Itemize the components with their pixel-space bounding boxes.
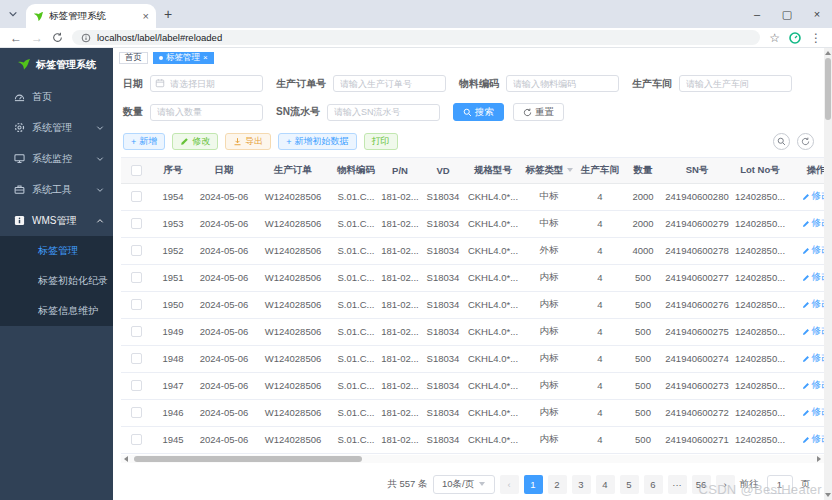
- cell-material: S.01.C...: [333, 183, 379, 210]
- scroll-right-icon[interactable]: [817, 456, 821, 462]
- browser-tab[interactable]: 标签管理系统 ×: [26, 4, 156, 28]
- page-button-56[interactable]: 56: [692, 475, 711, 494]
- goto-page-input[interactable]: [767, 475, 793, 494]
- material-input[interactable]: [506, 75, 619, 92]
- toggle-search-button[interactable]: [773, 133, 790, 150]
- row-checkbox[interactable]: [131, 407, 142, 418]
- edit-button[interactable]: 修改: [172, 133, 218, 150]
- sidebar-item-system-tools[interactable]: 系统工具: [0, 174, 113, 205]
- scrollbar-thumb[interactable]: [825, 58, 831, 120]
- scroll-left-icon[interactable]: [124, 456, 128, 462]
- row-edit-link[interactable]: 修改: [802, 298, 825, 311]
- page-button-1[interactable]: 1: [524, 475, 543, 494]
- tag-close-icon[interactable]: ×: [203, 54, 208, 62]
- tag-label-manage[interactable]: 标签管理 ×: [153, 52, 214, 64]
- table-row: 19502024-05-06W124028506S.01.C...181-02.…: [121, 291, 824, 318]
- table-row: 19542024-05-06W124028506S.01.C...181-02.…: [121, 183, 824, 210]
- row-checkbox[interactable]: [131, 245, 142, 256]
- order-input[interactable]: [333, 75, 446, 92]
- tag-home[interactable]: 首页: [119, 52, 148, 64]
- submenu-item-label-manage[interactable]: 标签管理: [0, 236, 113, 266]
- row-edit-link[interactable]: 修改: [802, 406, 825, 419]
- sidebar-item-home[interactable]: 首页: [0, 81, 113, 112]
- close-button[interactable]: ×: [802, 0, 832, 28]
- scrollbar-thumb[interactable]: [134, 456, 362, 462]
- column-header: Lot No号: [731, 158, 789, 183]
- page-size-select[interactable]: 10条/页: [433, 475, 495, 494]
- sidebar-item-system-monitor[interactable]: 系统监控: [0, 143, 113, 174]
- cell-vd: S18034: [421, 264, 465, 291]
- page-button-4[interactable]: 4: [596, 475, 615, 494]
- sidebar-item-label: WMS管理: [32, 214, 76, 228]
- page-button-6[interactable]: 6: [644, 475, 663, 494]
- cell-workshop: 4: [577, 372, 623, 399]
- cell-type: 中标: [521, 210, 577, 237]
- cell-order: W124028506: [253, 210, 333, 237]
- date-input[interactable]: [150, 75, 263, 92]
- row-edit-link[interactable]: 修改: [802, 190, 825, 203]
- submenu-item-label-init-record[interactable]: 标签初始化纪录: [0, 266, 113, 296]
- minimize-button[interactable]: –: [742, 0, 772, 28]
- tab-search-icon[interactable]: [8, 9, 18, 19]
- row-checkbox[interactable]: [131, 191, 142, 202]
- prev-page-button[interactable]: ‹: [500, 475, 519, 494]
- cell-material: S.01.C...: [333, 318, 379, 345]
- page-button-3[interactable]: 3: [572, 475, 591, 494]
- row-edit-link[interactable]: 修改: [802, 325, 825, 338]
- row-edit-link[interactable]: 修改: [802, 433, 825, 446]
- row-edit-link[interactable]: 修改: [802, 244, 825, 257]
- row-edit-link[interactable]: 修改: [802, 352, 825, 365]
- reload-icon[interactable]: [52, 32, 63, 43]
- page-button-5[interactable]: 5: [620, 475, 639, 494]
- select-all-checkbox[interactable]: [131, 165, 142, 176]
- next-page-button[interactable]: ›: [716, 475, 735, 494]
- row-checkbox[interactable]: [131, 434, 142, 445]
- scroll-down-icon[interactable]: [825, 493, 831, 497]
- new-tab-button[interactable]: +: [164, 6, 172, 22]
- sidebar-item-wms[interactable]: WMS管理: [0, 205, 113, 236]
- row-checkbox[interactable]: [131, 299, 142, 310]
- sidebar-item-system-admin[interactable]: 系统管理: [0, 112, 113, 143]
- reset-button[interactable]: 重置: [513, 103, 564, 121]
- refresh-table-button[interactable]: [797, 133, 814, 150]
- site-info-icon[interactable]: [81, 33, 91, 43]
- add-init-data-button[interactable]: + 新增初始数据: [278, 133, 356, 150]
- cell-lot: 12402850...: [731, 426, 789, 453]
- print-button[interactable]: 打印: [364, 133, 398, 150]
- vertical-scrollbar[interactable]: [824, 48, 832, 500]
- page-ellipsis[interactable]: ···: [668, 475, 687, 494]
- export-button[interactable]: 导出: [225, 133, 271, 150]
- main-content: 首页 标签管理 × 日期: [113, 48, 824, 500]
- cell-seq: 1949: [151, 318, 195, 345]
- maximize-button[interactable]: ▢: [772, 0, 802, 28]
- row-checkbox[interactable]: [131, 272, 142, 283]
- scroll-up-icon[interactable]: [825, 51, 831, 55]
- page-button-2[interactable]: 2: [548, 475, 567, 494]
- tab-close-icon[interactable]: ×: [143, 11, 149, 22]
- submenu-item-label-info-maintain[interactable]: 标签信息维护: [0, 296, 113, 326]
- kebab-menu-icon[interactable]: ⋮: [810, 32, 822, 44]
- row-edit-link[interactable]: 修改: [802, 379, 825, 392]
- row-edit-link[interactable]: 修改: [802, 271, 825, 284]
- row-edit-link[interactable]: 修改: [802, 217, 825, 230]
- workshop-input[interactable]: [679, 75, 792, 92]
- forward-icon[interactable]: →: [31, 32, 43, 44]
- tag-label: 标签管理: [166, 52, 200, 64]
- extension-icon[interactable]: [789, 32, 801, 44]
- address-bar[interactable]: localhost/label/label#reloaded: [72, 30, 760, 45]
- row-checkbox[interactable]: [131, 218, 142, 229]
- qty-input[interactable]: [150, 104, 263, 121]
- cell-sn: 241940600277: [663, 264, 731, 291]
- cell-workshop: 4: [577, 345, 623, 372]
- row-checkbox[interactable]: [131, 326, 142, 337]
- filter-caret-icon[interactable]: [567, 168, 573, 172]
- row-checkbox[interactable]: [131, 353, 142, 364]
- search-button[interactable]: 搜索: [453, 103, 504, 121]
- horizontal-scrollbar[interactable]: [121, 455, 824, 463]
- row-checkbox[interactable]: [131, 380, 142, 391]
- sn-input[interactable]: [327, 104, 440, 121]
- bookmark-star-icon[interactable]: ☆: [769, 32, 780, 44]
- add-button[interactable]: + 新增: [123, 133, 165, 150]
- back-icon[interactable]: ←: [10, 32, 22, 44]
- chevron-down-icon: [96, 155, 104, 163]
